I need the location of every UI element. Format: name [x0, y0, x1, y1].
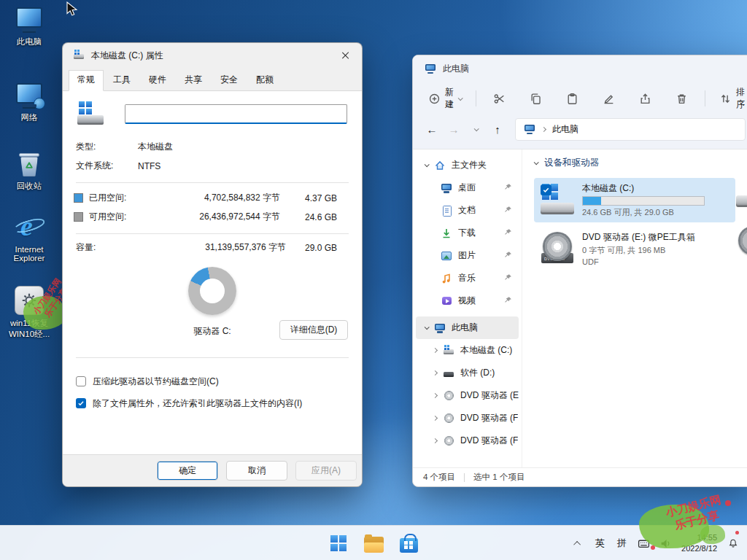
desktop-icon-network[interactable]: 网络 [1, 80, 57, 123]
explorer-sidebar: 主文件夹 桌面 文档 下载 图片 [413, 149, 522, 467]
back-button[interactable] [422, 119, 442, 139]
volume-label-input[interactable] [125, 104, 347, 124]
explorer-content: 设备和驱动器 本地磁盘 (C:) 24.6 GB 可用, 共 29.0 GB [522, 149, 747, 467]
new-button[interactable]: 新建 [422, 81, 468, 116]
notification-center-button[interactable] [723, 529, 743, 558]
toolbar-divider [476, 90, 476, 106]
desktop-icon-label: win11恢复WIN10经... [1, 318, 57, 340]
share-button[interactable] [630, 88, 661, 110]
section-devices-and-drives[interactable]: 设备和驱动器 [534, 157, 747, 169]
hidden-icons-button[interactable] [568, 529, 588, 558]
chevron-right-icon[interactable] [433, 438, 438, 443]
free-color-swatch [74, 212, 83, 222]
this-pc-icon [15, 4, 44, 34]
file-item-local-disk-c[interactable]: 本地磁盘 (C:) 24.6 GB 可用, 共 29.0 GB [534, 178, 735, 222]
chevron-down-icon [458, 96, 463, 101]
apply-button[interactable]: 应用(A) [295, 461, 357, 481]
used-space-row: 已用空间: 4,702,584,832 字节 4.37 GB [63, 192, 362, 204]
desktop-icon-win11-restore[interactable]: win11恢复WIN10经... [1, 286, 57, 340]
partial-item-icon[interactable] [735, 225, 747, 260]
address-bar[interactable]: 此电脑 [515, 118, 746, 141]
tab-general[interactable]: 常规 [69, 70, 104, 91]
share-icon [639, 93, 651, 105]
up-button[interactable] [487, 119, 508, 139]
rename-button[interactable] [593, 88, 624, 110]
pin-icon [503, 228, 512, 237]
tab-sharing[interactable]: 共享 [176, 70, 211, 90]
ime-mode-indicator[interactable]: 拼 [612, 529, 632, 558]
divider [76, 233, 349, 234]
sidebar-item-dvd-g[interactable]: DVD 驱动器 (F [416, 429, 519, 452]
desktop-icon-recycle-bin[interactable]: 回收站 [1, 149, 57, 192]
partial-item-icon[interactable] [735, 176, 747, 211]
chevron-down-icon[interactable] [425, 324, 430, 330]
index-checkbox-row[interactable]: 除了文件属性外，还允许索引此驱动器上文件的内容(I) [63, 397, 362, 410]
breadcrumb[interactable]: 此电脑 [552, 123, 578, 136]
explorer-body: 主文件夹 桌面 文档 下载 图片 [413, 149, 747, 467]
sidebar-item-pictures[interactable]: 图片 [416, 244, 519, 267]
item-name: 本地磁盘 (C:) [582, 182, 705, 195]
tab-tools[interactable]: 工具 [104, 70, 139, 90]
details-button[interactable]: 详细信息(D) [279, 320, 348, 340]
ok-button[interactable]: 确定 [157, 461, 218, 481]
cancel-button[interactable]: 取消 [226, 461, 287, 481]
sidebar-item-drive-d[interactable]: 软件 (D:) [416, 362, 519, 384]
drive-icon-large [77, 101, 105, 126]
desktop-icon-this-pc[interactable]: 此电脑 [1, 4, 57, 47]
chevron-right-icon[interactable] [433, 370, 438, 376]
taskbar-file-explorer[interactable] [357, 527, 390, 559]
sidebar-item-downloads[interactable]: 下载 [416, 222, 519, 244]
chevron-right-icon[interactable] [433, 393, 438, 398]
local-disk-icon [443, 345, 454, 357]
this-pc-icon [434, 322, 446, 334]
tab-hardware[interactable]: 硬件 [140, 70, 175, 90]
delete-button[interactable] [666, 88, 697, 110]
sidebar-item-this-pc[interactable]: 此电脑 [416, 316, 519, 339]
sidebar-item-dvd-f[interactable]: DVD 驱动器 (F [416, 407, 519, 429]
forward-button[interactable] [444, 119, 464, 139]
chevron-right-icon[interactable] [433, 348, 438, 353]
sort-button[interactable]: 排序 [713, 81, 747, 116]
start-button[interactable] [322, 527, 355, 559]
cut-button[interactable] [484, 88, 515, 110]
type-value: 本地磁盘 [138, 141, 173, 153]
sidebar-item-desktop[interactable]: 桌面 [416, 176, 519, 199]
touch-keyboard-button[interactable] [634, 529, 654, 558]
sidebar-item-documents[interactable]: 文档 [416, 199, 519, 222]
item-count: 4 个项目 [423, 472, 455, 483]
dialog-titlebar[interactable]: 本地磁盘 (C:) 属性 [63, 43, 362, 68]
taskbar-store[interactable] [392, 527, 425, 559]
sidebar-item-drive-c[interactable]: 本地磁盘 (C:) [416, 339, 519, 362]
check-icon [542, 186, 550, 194]
item-checkbox[interactable] [541, 184, 551, 195]
volume-button[interactable] [656, 529, 676, 558]
bell-icon [728, 538, 738, 548]
recent-locations-button[interactable] [465, 119, 486, 139]
clock[interactable]: 14:55 2022/8/12 [678, 529, 721, 558]
sidebar-item-home[interactable]: 主文件夹 [416, 154, 519, 176]
chevron-right-icon[interactable] [433, 416, 438, 421]
file-item-dvd-e[interactable]: DVD-ROM DVD 驱动器 (E:) 微PE工具箱 0 字节 可用, 共 1… [534, 227, 735, 271]
desktop-icon-label: 回收站 [17, 181, 42, 192]
chevron-down-icon[interactable] [425, 162, 430, 167]
index-checkbox[interactable] [76, 398, 86, 408]
home-icon [434, 160, 446, 171]
section-label: 设备和驱动器 [544, 157, 599, 169]
explorer-window: 此电脑 新建 排序 [412, 55, 747, 487]
windows-logo-icon [330, 535, 347, 551]
desktop-icon-internet-explorer[interactable]: e Internet Explorer [1, 213, 57, 262]
sidebar-item-videos[interactable]: 视频 [416, 289, 519, 312]
sidebar-item-dvd-e[interactable]: DVD 驱动器 (E [416, 384, 519, 407]
tab-quota[interactable]: 配额 [247, 70, 282, 90]
close-button[interactable] [329, 43, 362, 68]
explorer-titlebar[interactable]: 此电脑 [413, 55, 747, 82]
compress-checkbox-row[interactable]: 压缩此驱动器以节约磁盘空间(C) [63, 376, 362, 388]
sidebar-item-music[interactable]: 音乐 [416, 267, 519, 289]
copy-button[interactable] [520, 88, 551, 110]
chevron-down-icon[interactable] [534, 160, 539, 165]
type-label: 类型: [76, 141, 138, 153]
ime-language-indicator[interactable]: 英 [590, 529, 610, 558]
paste-button[interactable] [557, 88, 588, 110]
tab-security[interactable]: 安全 [212, 70, 247, 90]
compress-checkbox[interactable] [76, 376, 86, 386]
